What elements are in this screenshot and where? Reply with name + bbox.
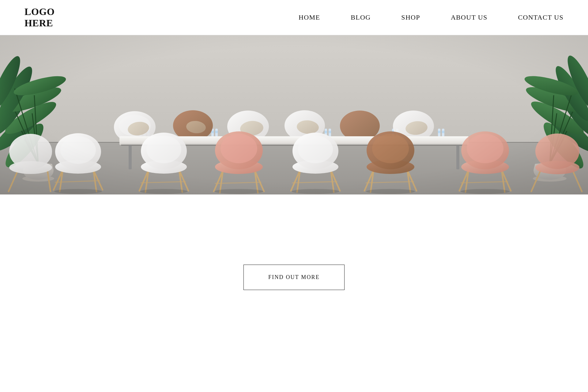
main-content: FIND OUT MORE xyxy=(0,194,588,360)
site-header: LOGO HERE HOME BLOG SHOP ABOUT US CONTAC… xyxy=(0,0,588,35)
main-nav: HOME BLOG SHOP ABOUT US CONTACT US xyxy=(299,13,564,21)
nav-about[interactable]: ABOUT US xyxy=(451,13,488,21)
nav-home[interactable]: HOME xyxy=(299,13,320,21)
svg-rect-136 xyxy=(0,35,588,194)
find-out-more-button[interactable]: FIND OUT MORE xyxy=(243,265,345,290)
nav-contact[interactable]: CONTACT US xyxy=(518,13,564,21)
logo-line1: LOGO xyxy=(24,6,55,17)
hero-image xyxy=(0,35,588,194)
nav-shop[interactable]: SHOP xyxy=(401,13,420,21)
logo[interactable]: LOGO HERE xyxy=(24,6,55,29)
nav-blog[interactable]: BLOG xyxy=(351,13,371,21)
hero-section xyxy=(0,35,588,194)
logo-line2: HERE xyxy=(24,17,55,29)
